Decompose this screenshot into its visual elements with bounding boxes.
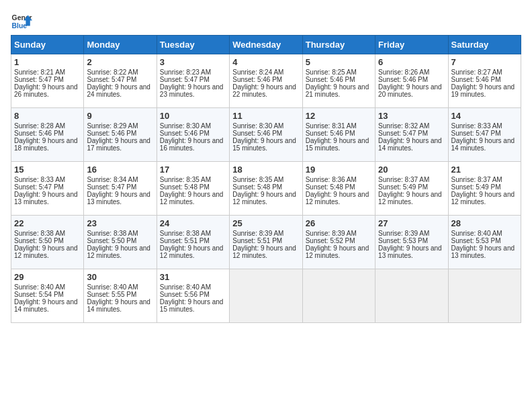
day-number: 5 (306, 57, 372, 67)
sunset-time: Sunset: 5:54 PM (14, 291, 64, 298)
daylight-hours: Daylight: 9 hours and 24 minutes. (87, 83, 150, 98)
calendar-cell: 27Sunrise: 8:39 AMSunset: 5:53 PMDayligh… (375, 216, 448, 269)
calendar-cell: 3Sunrise: 8:23 AMSunset: 5:47 PMDaylight… (157, 54, 229, 108)
day-number: 11 (232, 111, 299, 121)
daylight-hours: Daylight: 9 hours and 18 minutes. (14, 137, 78, 152)
daylight-hours: Daylight: 9 hours and 23 minutes. (160, 83, 224, 98)
column-header-friday: Friday (375, 36, 448, 54)
daylight-hours: Daylight: 9 hours and 14 minutes. (14, 298, 78, 313)
calendar-cell (375, 269, 448, 323)
sunrise-time: Sunrise: 8:26 AM (378, 68, 429, 76)
sunrise-time: Sunrise: 8:38 AM (160, 230, 211, 237)
sunrise-time: Sunrise: 8:39 AM (378, 230, 429, 237)
calendar-week: 8Sunrise: 8:28 AMSunset: 5:46 PMDaylight… (11, 108, 521, 162)
day-number: 30 (87, 272, 153, 282)
sunset-time: Sunset: 5:48 PM (306, 183, 355, 191)
day-number: 23 (87, 218, 153, 228)
calendar-cell: 12Sunrise: 8:31 AMSunset: 5:46 PMDayligh… (302, 108, 375, 162)
sunset-time: Sunset: 5:50 PM (87, 237, 136, 244)
sunset-time: Sunset: 5:46 PM (232, 130, 282, 137)
day-number: 27 (378, 218, 445, 228)
calendar-cell (302, 269, 375, 323)
daylight-hours: Daylight: 9 hours and 16 minutes. (160, 137, 224, 152)
day-number: 6 (378, 57, 445, 67)
daylight-hours: Daylight: 9 hours and 12 minutes. (451, 191, 515, 205)
sunrise-time: Sunrise: 8:30 AM (160, 122, 211, 130)
daylight-hours: Daylight: 9 hours and 12 minutes. (232, 191, 296, 205)
sunset-time: Sunset: 5:46 PM (232, 76, 282, 83)
day-number: 24 (160, 218, 226, 228)
calendar-table: SundayMondayTuesdayWednesdayThursdayFrid… (11, 35, 521, 323)
daylight-hours: Daylight: 9 hours and 12 minutes. (378, 191, 442, 205)
sunrise-time: Sunrise: 8:23 AM (160, 68, 211, 76)
sunrise-time: Sunrise: 8:40 AM (14, 283, 65, 291)
calendar-cell: 17Sunrise: 8:35 AMSunset: 5:48 PMDayligh… (157, 162, 229, 216)
column-header-wednesday: Wednesday (230, 36, 302, 54)
sunrise-time: Sunrise: 8:34 AM (87, 176, 138, 183)
sunset-time: Sunset: 5:51 PM (160, 237, 210, 244)
sunset-time: Sunset: 5:51 PM (232, 237, 282, 244)
day-number: 19 (306, 165, 372, 175)
sunset-time: Sunset: 5:49 PM (451, 183, 501, 191)
sunrise-time: Sunrise: 8:22 AM (87, 68, 138, 76)
day-number: 14 (451, 111, 518, 121)
day-number: 1 (14, 57, 81, 67)
sunset-time: Sunset: 5:46 PM (87, 130, 136, 137)
day-number: 15 (14, 165, 81, 175)
calendar-week: 1Sunrise: 8:21 AMSunset: 5:47 PMDaylight… (11, 54, 521, 108)
sunrise-time: Sunrise: 8:40 AM (87, 283, 138, 291)
daylight-hours: Daylight: 9 hours and 12 minutes. (14, 244, 78, 259)
column-header-monday: Monday (84, 36, 157, 54)
sunrise-time: Sunrise: 8:40 AM (160, 283, 211, 291)
sunrise-time: Sunrise: 8:39 AM (306, 230, 357, 237)
calendar-cell (448, 269, 521, 323)
sunset-time: Sunset: 5:48 PM (160, 183, 210, 191)
sunset-time: Sunset: 5:47 PM (378, 130, 428, 137)
calendar-cell: 15Sunrise: 8:33 AMSunset: 5:47 PMDayligh… (11, 162, 84, 216)
sunset-time: Sunset: 5:46 PM (306, 76, 355, 83)
day-number: 12 (306, 111, 372, 121)
calendar-cell: 23Sunrise: 8:38 AMSunset: 5:50 PMDayligh… (84, 216, 157, 269)
sunrise-time: Sunrise: 8:24 AM (232, 68, 283, 76)
daylight-hours: Daylight: 9 hours and 21 minutes. (306, 83, 369, 98)
day-number: 18 (232, 165, 299, 175)
daylight-hours: Daylight: 9 hours and 14 minutes. (378, 137, 442, 152)
daylight-hours: Daylight: 9 hours and 13 minutes. (87, 191, 150, 205)
calendar-cell: 31Sunrise: 8:40 AMSunset: 5:56 PMDayligh… (157, 269, 229, 323)
sunrise-time: Sunrise: 8:27 AM (451, 68, 502, 76)
day-number: 8 (14, 111, 81, 121)
calendar-cell: 18Sunrise: 8:35 AMSunset: 5:48 PMDayligh… (230, 162, 302, 216)
sunrise-time: Sunrise: 8:38 AM (14, 230, 65, 237)
sunset-time: Sunset: 5:50 PM (14, 237, 64, 244)
day-number: 20 (378, 165, 445, 175)
sunrise-time: Sunrise: 8:37 AM (378, 176, 429, 183)
calendar-cell: 7Sunrise: 8:27 AMSunset: 5:46 PMDaylight… (448, 54, 521, 108)
calendar-cell: 6Sunrise: 8:26 AMSunset: 5:46 PMDaylight… (375, 54, 448, 108)
calendar-cell: 2Sunrise: 8:22 AMSunset: 5:47 PMDaylight… (84, 54, 157, 108)
sunset-time: Sunset: 5:46 PM (14, 130, 64, 137)
sunrise-time: Sunrise: 8:39 AM (232, 230, 283, 237)
calendar-cell: 21Sunrise: 8:37 AMSunset: 5:49 PMDayligh… (448, 162, 521, 216)
day-number: 13 (378, 111, 445, 121)
calendar-cell: 20Sunrise: 8:37 AMSunset: 5:49 PMDayligh… (375, 162, 448, 216)
daylight-hours: Daylight: 9 hours and 12 minutes. (87, 244, 150, 259)
daylight-hours: Daylight: 9 hours and 12 minutes. (160, 244, 224, 259)
sunrise-time: Sunrise: 8:35 AM (160, 176, 211, 183)
day-number: 28 (451, 218, 518, 228)
calendar-cell: 9Sunrise: 8:29 AMSunset: 5:46 PMDaylight… (84, 108, 157, 162)
calendar-cell: 28Sunrise: 8:40 AMSunset: 5:53 PMDayligh… (448, 216, 521, 269)
daylight-hours: Daylight: 9 hours and 17 minutes. (87, 137, 150, 152)
daylight-hours: Daylight: 9 hours and 12 minutes. (232, 244, 296, 259)
daylight-hours: Daylight: 9 hours and 22 minutes. (232, 83, 296, 98)
day-number: 26 (306, 218, 372, 228)
calendar-cell: 4Sunrise: 8:24 AMSunset: 5:46 PMDaylight… (230, 54, 302, 108)
calendar-cell (230, 269, 302, 323)
sunrise-time: Sunrise: 8:28 AM (14, 122, 65, 130)
calendar-cell: 1Sunrise: 8:21 AMSunset: 5:47 PMDaylight… (11, 54, 84, 108)
svg-text:Blue: Blue (12, 22, 28, 30)
sunset-time: Sunset: 5:47 PM (451, 130, 501, 137)
sunrise-time: Sunrise: 8:37 AM (451, 176, 502, 183)
daylight-hours: Daylight: 9 hours and 19 minutes. (451, 83, 515, 98)
day-number: 7 (451, 57, 518, 67)
daylight-hours: Daylight: 9 hours and 13 minutes. (378, 244, 442, 259)
